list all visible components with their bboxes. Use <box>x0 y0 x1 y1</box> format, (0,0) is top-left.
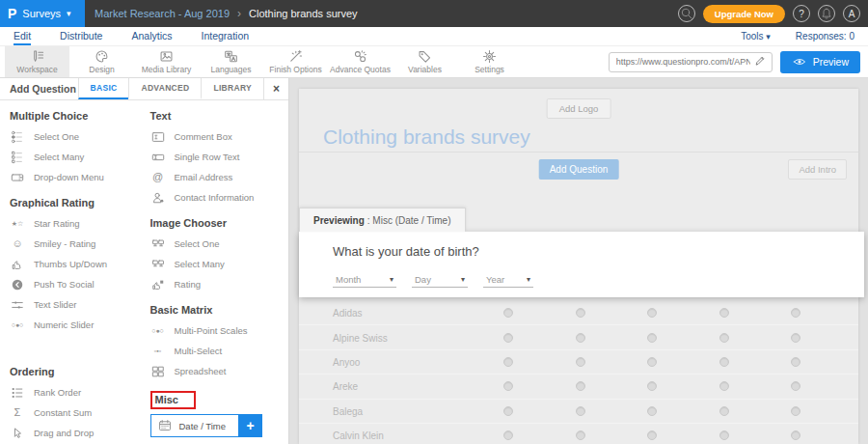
radio-option[interactable] <box>503 406 513 416</box>
question-type-select-one[interactable]: Select One <box>10 126 150 147</box>
radio-option[interactable] <box>647 333 657 343</box>
radio-option[interactable] <box>791 430 800 440</box>
question-type-single-row-text[interactable]: Single Row Text <box>150 147 289 167</box>
question-type-star-rating[interactable]: ★☆Star Rating <box>10 213 150 234</box>
question-type-text-slider[interactable]: Text Slider <box>10 294 150 315</box>
responses-count[interactable]: Responses: 0 <box>796 31 854 42</box>
radio-option[interactable] <box>791 381 800 391</box>
radio-option[interactable] <box>719 333 729 343</box>
date-dropdown-year[interactable]: Year▾ <box>483 272 533 288</box>
question-preview: Previewing : Misc (Date / Time) What is … <box>299 208 864 297</box>
product-menu[interactable]: P Surveys ▾ <box>0 0 85 27</box>
question-type-select-one[interactable]: Select One <box>150 234 289 254</box>
radio-option[interactable] <box>576 406 585 416</box>
menu-edit[interactable]: Edit <box>14 27 31 45</box>
question-type-thumbs-up-down[interactable]: Thumbs Up/Down <box>10 254 150 274</box>
toolbar-tab-languages[interactable]: Languages <box>199 46 263 77</box>
add-intro-button[interactable]: Add Intro <box>788 159 847 180</box>
question-type-push-to-social[interactable]: Push To Social <box>10 274 150 294</box>
question-type-drag-and-drop[interactable]: Drag and Drop <box>10 423 150 443</box>
toolbar-tab-variables[interactable]: Variables <box>393 46 457 77</box>
radio-option[interactable] <box>647 430 657 440</box>
survey-url-input[interactable] <box>609 52 773 72</box>
toolbar-tab-settings[interactable]: Settings <box>457 46 522 77</box>
notifications-button[interactable] <box>818 5 835 22</box>
toolbar-tab-label: Settings <box>475 65 504 74</box>
question-type-contact-information[interactable]: Contact Information <box>150 187 289 208</box>
panel-tab-advanced[interactable]: ADVANCED <box>128 78 201 99</box>
menu-integration[interactable]: Integration <box>201 27 249 45</box>
breadcrumb-survey-name: Clothing brands survey <box>249 8 358 19</box>
question-type-email-address[interactable]: @Email Address <box>150 167 289 187</box>
radio-option[interactable] <box>576 333 585 343</box>
radio-option[interactable] <box>647 406 657 416</box>
panel-title: Add Question <box>0 78 78 99</box>
menu-right: Tools ▾ Responses: 0 <box>741 31 868 42</box>
radio-option[interactable] <box>791 308 800 318</box>
close-panel-button[interactable]: × <box>263 78 288 99</box>
radio-option[interactable] <box>576 308 585 318</box>
edit-url-icon[interactable] <box>752 55 768 67</box>
settings-icon <box>482 49 498 64</box>
date-dropdown-day[interactable]: Day▾ <box>412 272 468 288</box>
radio-option[interactable] <box>576 430 585 440</box>
radio-option[interactable] <box>503 381 513 391</box>
menu-analytics[interactable]: Analytics <box>131 27 172 45</box>
radio-option[interactable] <box>503 430 513 440</box>
radio-option[interactable] <box>576 381 585 391</box>
add-question-button[interactable]: Add Question <box>539 159 619 180</box>
question-type-rating[interactable]: Rating <box>150 274 289 294</box>
breadcrumb-folder[interactable]: Market Research - Aug 2019 <box>95 8 230 19</box>
radio-option[interactable] <box>503 308 513 318</box>
toolbar-tab-design[interactable]: Design <box>69 46 134 77</box>
question-type-date-time[interactable]: Date / Time <box>150 414 239 437</box>
radio-option[interactable] <box>647 308 657 318</box>
survey-title[interactable]: Clothing brands survey <box>323 125 530 149</box>
preview-button[interactable]: Preview <box>780 51 860 73</box>
toolbar-tab-workspace[interactable]: Workspace <box>5 46 69 77</box>
date-dropdown-month[interactable]: Month▾ <box>333 272 396 288</box>
question-type-spreadsheet[interactable]: Spreadsheet <box>150 361 289 381</box>
help-button[interactable]: ? <box>793 5 810 22</box>
toolbar-tab-advance-quotas[interactable]: Advance Quotas <box>328 46 393 77</box>
search-button[interactable] <box>678 5 695 22</box>
add-logo-button[interactable]: Add Logo <box>547 98 611 119</box>
question-type-smiley-rating[interactable]: ☺Smiley - Rating <box>10 234 150 254</box>
toolbar-tab-finish-options[interactable]: Finish Options <box>263 46 328 77</box>
avatar[interactable]: A <box>843 5 860 22</box>
question-type-select-many[interactable]: Select Many <box>10 147 150 167</box>
toolbar-tab-media-library[interactable]: Media Library <box>134 46 199 77</box>
survey-url-box <box>609 51 773 72</box>
add-date-time-button[interactable]: + <box>239 414 262 437</box>
radio-option[interactable] <box>576 357 585 367</box>
toolbar-tab-label: Finish Options <box>269 65 321 74</box>
question-type-constant-sum[interactable]: ΣConstant Sum <box>10 402 150 423</box>
dropdown-value: Year <box>486 274 504 285</box>
radio-option[interactable] <box>503 357 513 367</box>
question-type-select-many[interactable]: Select Many <box>150 254 289 274</box>
radio-option[interactable] <box>791 406 800 416</box>
radio-option[interactable] <box>503 333 513 343</box>
panel-tab-basic[interactable]: BASIC <box>78 78 129 99</box>
radio-option[interactable] <box>647 381 657 391</box>
radio-option[interactable] <box>719 308 729 318</box>
radio-option[interactable] <box>719 381 729 391</box>
radio-option[interactable] <box>791 357 800 367</box>
radio-option[interactable] <box>791 333 800 343</box>
radio-option[interactable] <box>719 430 729 440</box>
radio-option[interactable] <box>719 406 729 416</box>
question-type-rank-order[interactable]: Rank Order <box>10 382 150 402</box>
question-type-drop-down-menu[interactable]: Drop-down Menu <box>10 167 150 187</box>
question-type-numeric-slider[interactable]: ○●○Numeric Slider <box>10 315 150 335</box>
tools-menu[interactable]: Tools ▾ <box>741 31 771 42</box>
menu-distribute[interactable]: Distribute <box>60 27 102 45</box>
radio-option[interactable] <box>719 357 729 367</box>
question-type-comment-box[interactable]: Comment Box <box>150 126 289 147</box>
star-rating-icon: ★☆ <box>10 220 25 227</box>
panel-tab-library[interactable]: LIBRARY <box>201 78 263 99</box>
radio-option[interactable] <box>647 357 657 367</box>
advance-quotas-icon <box>353 49 368 64</box>
question-type-multi-point-scales[interactable]: ○●○Multi-Point Scales <box>150 320 289 341</box>
question-type-multi-select[interactable]: ▫▪▫Multi-Select <box>150 341 289 361</box>
upgrade-now-button[interactable]: Upgrade Now <box>703 5 785 23</box>
